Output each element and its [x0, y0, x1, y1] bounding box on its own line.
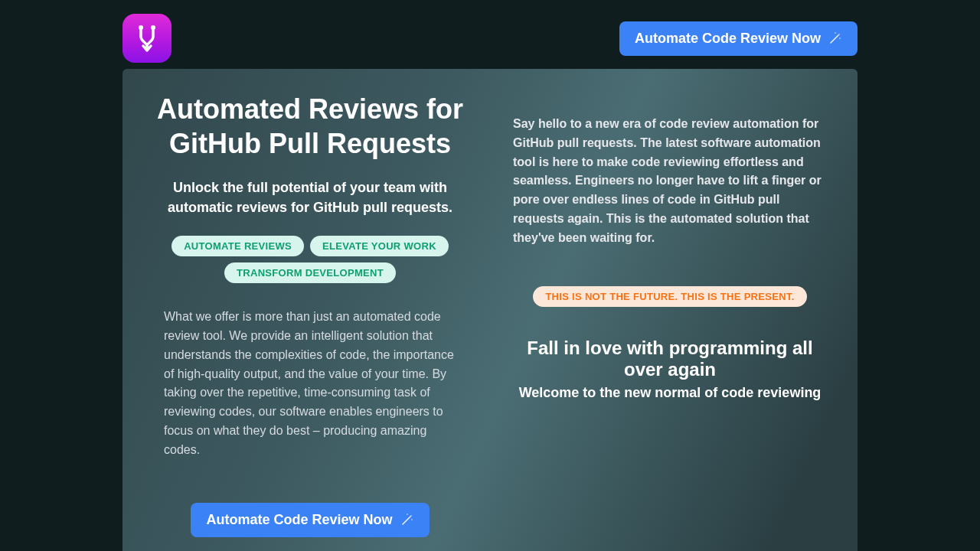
- header: Automate Code Review Now: [122, 5, 858, 69]
- pill-row: AUTOMATE REVIEWS ELEVATE YOUR WORK TRANS…: [153, 236, 467, 283]
- header-cta-label: Automate Code Review Now: [635, 31, 821, 47]
- logo[interactable]: [122, 14, 172, 63]
- right-column: Say hello to a new era of code review au…: [513, 92, 827, 537]
- svg-point-3: [839, 37, 841, 39]
- body-paragraph: What we offer is more than just an autom…: [153, 308, 467, 459]
- tagline-primary: Fall in love with programming all over a…: [513, 337, 827, 380]
- pill-automate: AUTOMATE REVIEWS: [172, 236, 304, 256]
- pill-transform: TRANSFORM DEVELOPMENT: [224, 262, 396, 283]
- main-cta-label: Automate Code Review Now: [206, 512, 392, 528]
- svg-point-1: [151, 25, 155, 30]
- pill-elevate: ELEVATE YOUR WORK: [310, 236, 449, 256]
- svg-point-6: [411, 519, 413, 520]
- left-column: Automated Reviews for GitHub Pull Reques…: [153, 92, 467, 537]
- svg-point-2: [838, 34, 840, 35]
- subheading: Unlock the full potential of your team w…: [153, 178, 467, 217]
- merge-down-icon: [132, 23, 162, 54]
- svg-point-0: [139, 25, 143, 30]
- pill-present: THIS IS NOT THE FUTURE. THIS IS THE PRES…: [533, 286, 806, 307]
- header-cta-button[interactable]: Automate Code Review Now: [619, 21, 858, 56]
- content-panel: Automated Reviews for GitHub Pull Reques…: [122, 69, 858, 551]
- wand-icon: [828, 31, 842, 45]
- intro-paragraph: Say hello to a new era of code review au…: [513, 115, 827, 248]
- tagline-secondary: Welcome to the new normal of code review…: [513, 385, 827, 401]
- wand-icon: [400, 513, 414, 527]
- svg-point-4: [835, 32, 836, 34]
- page-title: Automated Reviews for GitHub Pull Reques…: [153, 92, 467, 161]
- main-cta-button[interactable]: Automate Code Review Now: [191, 503, 429, 537]
- svg-point-7: [407, 514, 408, 515]
- svg-point-5: [410, 515, 412, 517]
